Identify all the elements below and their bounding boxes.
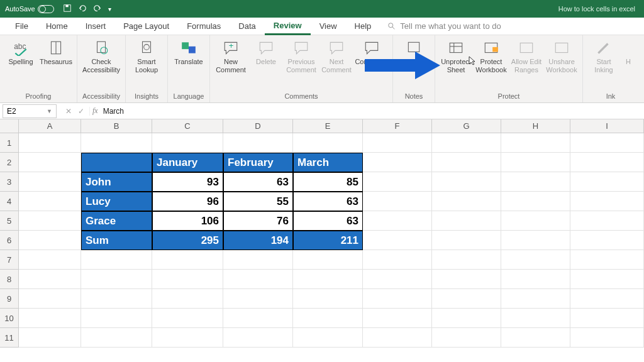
tab-review[interactable]: Review [265, 18, 311, 35]
spreadsheet-grid[interactable]: A B C D E F G H I 1 2 3 4 5 6 7 8 9 10 1… [0, 119, 644, 348]
table-cell: 63 [223, 172, 293, 192]
check-accessibility-button[interactable]: Check Accessibility [81, 38, 121, 75]
tab-home[interactable]: Home [37, 18, 77, 35]
annotation-arrow-icon [365, 52, 440, 79]
fx-icon[interactable]: fx [92, 106, 98, 116]
data-table: January February March John 93 63 85 Luc… [81, 153, 363, 250]
svg-rect-11 [182, 42, 189, 49]
tab-file[interactable]: File [6, 18, 37, 35]
row-header[interactable]: 9 [0, 289, 19, 309]
name-box[interactable]: E2 ▼ [3, 104, 57, 118]
tab-data[interactable]: Data [230, 18, 264, 35]
col-header[interactable]: H [501, 119, 570, 133]
svg-rect-19 [492, 47, 498, 52]
thesaurus-button[interactable]: Thesaurus [39, 38, 73, 75]
allow-edit-icon [518, 39, 535, 57]
previous-comment-button: Previous Comment [284, 38, 318, 75]
column-headers: A B C D E F G H I [19, 119, 644, 133]
hide-ink-button: H [622, 38, 635, 75]
spelling-button[interactable]: abcSpelling [4, 38, 38, 75]
svg-rect-12 [189, 47, 196, 53]
svg-rect-20 [520, 43, 533, 52]
svg-rect-14 [408, 42, 419, 52]
group-proofing: abcSpelling Thesaurus Proofing [0, 35, 77, 102]
row-header[interactable]: 1 [0, 133, 19, 153]
pen-icon [595, 39, 613, 57]
cancel-icon[interactable]: ✕ [65, 107, 72, 116]
row-header[interactable]: 6 [0, 231, 19, 250]
cell-area[interactable]: // rows built below after data load for … [19, 133, 644, 348]
table-cell: 63 [293, 211, 363, 231]
group-label-language: Language [172, 91, 206, 101]
row-name: John [81, 172, 152, 192]
col-header[interactable]: F [363, 119, 432, 133]
svg-point-10 [144, 45, 150, 50]
smart-lookup-button[interactable]: Smart Lookup [130, 38, 164, 75]
table-header: January [152, 153, 223, 172]
tab-help[interactable]: Help [346, 18, 380, 35]
col-header[interactable]: G [432, 119, 501, 133]
row-header[interactable]: 3 [0, 172, 19, 192]
formula-value[interactable]: March [103, 107, 124, 116]
col-header[interactable]: I [570, 119, 644, 133]
save-icon[interactable] [63, 4, 72, 14]
row-header[interactable]: 5 [0, 211, 19, 231]
row-header[interactable]: 8 [0, 270, 19, 289]
row-header[interactable]: 4 [0, 192, 19, 211]
tell-me-label: Tell me what you want to do [400, 21, 501, 31]
qat-dropdown-icon[interactable]: ▾ [108, 6, 111, 13]
start-inking-button: Start Inking [587, 38, 621, 75]
allow-edit-ranges-button: Allow Edit Ranges [509, 38, 543, 75]
quick-access-toolbar: ▾ [63, 4, 111, 14]
undo-icon[interactable] [78, 4, 87, 14]
col-header[interactable]: D [223, 119, 293, 133]
row-headers: 1 2 3 4 5 6 7 8 9 10 11 [0, 133, 19, 348]
spelling-icon: abc [12, 39, 30, 57]
formula-bar-buttons: ✕ ✓ [60, 107, 90, 116]
tab-view[interactable]: View [311, 18, 346, 35]
svg-line-3 [392, 26, 395, 29]
table-cell: 55 [223, 192, 293, 211]
translate-button[interactable]: Translate [172, 38, 206, 75]
tab-insert[interactable]: Insert [77, 18, 115, 35]
autosave-label: AutoSave [5, 5, 35, 13]
new-comment-button[interactable]: +New Comment [214, 38, 248, 75]
group-language: Translate Language [168, 35, 210, 102]
table-cell: 106 [152, 211, 223, 231]
redo-icon[interactable] [93, 4, 102, 14]
ribbon-tabs: File Home Insert Page Layout Formulas Da… [0, 18, 644, 35]
ribbon: abcSpelling Thesaurus Proofing Check Acc… [0, 35, 644, 103]
select-all-corner[interactable] [0, 119, 19, 133]
tab-pagelayout[interactable]: Page Layout [114, 18, 178, 35]
row-header[interactable]: 11 [0, 328, 19, 348]
comment-prev-icon [292, 39, 310, 57]
col-header[interactable]: A [19, 119, 81, 133]
table-cell: 76 [223, 211, 293, 231]
document-title: How to lock cells in excel [558, 5, 635, 13]
protect-workbook-icon [482, 39, 500, 57]
col-header[interactable]: B [81, 119, 152, 133]
table-cell: 85 [293, 172, 363, 192]
row-header[interactable]: 10 [0, 309, 19, 328]
col-header[interactable]: C [152, 119, 223, 133]
table-cell-sum: 295 [152, 231, 223, 250]
group-label-notes: Notes [397, 91, 431, 101]
row-header[interactable]: 7 [0, 250, 19, 270]
table-header: March [293, 153, 363, 172]
tell-me-search[interactable]: Tell me what you want to do [387, 21, 501, 31]
group-label-insights: Insights [130, 91, 164, 101]
group-label-accessibility: Accessibility [81, 91, 121, 101]
autosave-toggle[interactable]: AutoSave [5, 5, 54, 13]
tab-formulas[interactable]: Formulas [178, 18, 230, 35]
title-bar: AutoSave ▾ How to lock cells in excel [0, 0, 644, 18]
row-header[interactable]: 2 [0, 153, 19, 172]
svg-text:+: + [229, 41, 234, 50]
cell-reference: E2 [7, 107, 16, 116]
accessibility-icon [92, 39, 110, 57]
col-header[interactable]: E [293, 119, 363, 133]
protect-workbook-button[interactable]: Protect Workbook [474, 38, 508, 75]
toggle-icon [38, 5, 54, 13]
comment-new-icon: + [222, 39, 240, 57]
row-name: Sum [81, 231, 152, 250]
enter-icon[interactable]: ✓ [78, 107, 84, 116]
